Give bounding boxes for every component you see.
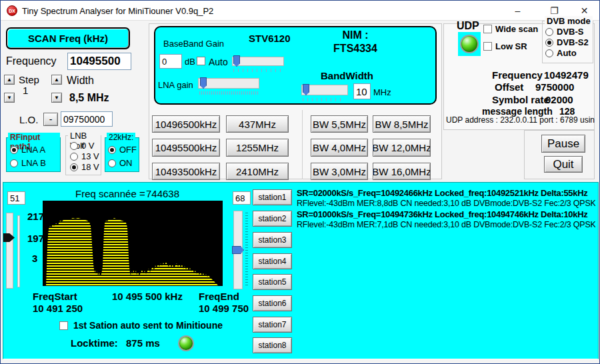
step-up-button[interactable]: ▲ (4, 75, 15, 85)
low-sr-checkbox-row[interactable]: Low SR (483, 41, 527, 51)
bandwidth-slider-ticks (303, 98, 344, 101)
station1-button[interactable]: station1 (253, 189, 292, 205)
bw-3-0-button[interactable]: BW 3,0MHz (311, 163, 368, 180)
mhz-preset-1-button[interactable]: 437MHz (226, 115, 289, 133)
radio-13v-icon (70, 153, 78, 161)
radio-lna-b-label: LNA B (21, 158, 46, 168)
step-down-button[interactable]: ▼ (4, 93, 15, 103)
radio-22khz-on-label: ON (119, 158, 133, 168)
auto-send-checkbox[interactable] (59, 321, 68, 330)
station3-button[interactable]: station3 (253, 232, 292, 248)
mhz-preset-3-button[interactable]: 2410MHz (226, 163, 289, 180)
station2-button[interactable]: station2 (253, 211, 292, 227)
freq-center-value: 10 495 500 kHz (112, 291, 183, 302)
radio-13v[interactable]: 13 V (70, 151, 99, 161)
locktime-led (178, 335, 194, 351)
low-sr-label: Low SR (495, 41, 527, 51)
bw-4-0-button[interactable]: BW 4,0MHz (311, 139, 368, 157)
udp-label: UDP (457, 20, 479, 32)
minimize-button[interactable]: – (503, 1, 533, 20)
station8-button[interactable]: station8 (253, 337, 292, 353)
station4-button[interactable]: station4 (253, 253, 292, 269)
lna-gain-slider-ticks (199, 91, 259, 95)
bw-16-0-button[interactable]: BW 16,0MHz (373, 163, 431, 180)
scale-top-label: 217 (27, 211, 44, 222)
radio-22khz-off-icon (108, 146, 116, 154)
scale-low-label: 3 (32, 253, 37, 264)
width-value: 8,5 MHz (69, 92, 109, 104)
radio-lna-a[interactable]: LNA A (10, 145, 45, 155)
nim-label-1: NIM : (289, 29, 422, 41)
radio-lna-b[interactable]: LNA B (10, 158, 46, 168)
freq-scanned-value: 744638 (146, 188, 179, 199)
radio-dvbs2-icon (545, 39, 553, 47)
wide-scan-checkbox[interactable] (483, 25, 492, 33)
freq-preset-1-button[interactable]: 10496500kHz (152, 115, 220, 133)
radio-22khz-on-icon (108, 159, 116, 167)
mhz-preset-2-button[interactable]: 1255MHz (226, 139, 289, 157)
right-slider-value-input[interactable] (233, 191, 251, 205)
bandwidth-input[interactable] (353, 83, 371, 99)
info-symbol-rate-label: Symbol rate (492, 94, 549, 105)
info-offset-value: 9750000 (535, 81, 574, 93)
scan-freq-button[interactable]: SCAN Freq (kHz) (6, 27, 130, 49)
width-up-button[interactable]: ▲ (51, 75, 62, 85)
auto-send-checkbox-row[interactable]: 1st Sation auto sent to Minitioune (59, 320, 223, 331)
info-offset-label: Offset (495, 81, 523, 93)
radio-dvbs[interactable]: DVB-S (545, 27, 583, 37)
freq-preset-2-button[interactable]: 10495500kHz (152, 139, 220, 157)
lna-gain-label: LNA gain (158, 80, 193, 90)
info-frequency-value: 10492479 (544, 69, 589, 81)
width-down-button[interactable]: ▼ (51, 93, 62, 103)
left-level-bar (17, 215, 20, 287)
lna-gain-slider-track[interactable] (198, 78, 259, 89)
radio-dvb-auto[interactable]: Auto (545, 48, 577, 58)
freq-scanned-label: Freq scannée = (75, 188, 145, 199)
bw-12-0-button[interactable]: BW 12,0MHz (373, 139, 431, 157)
radio-18v[interactable]: 18 V (70, 162, 99, 172)
radio-dvbs2[interactable]: DVB-S2 (545, 37, 589, 47)
freq-preset-3-button[interactable]: 10493500kHz (152, 163, 220, 180)
lo-label: L.O. (19, 114, 38, 125)
low-sr-checkbox[interactable] (483, 42, 492, 51)
frequency-label: Frequency (6, 55, 57, 67)
radio-lna-a-label: LNA A (21, 145, 45, 155)
left-slider-track[interactable] (6, 213, 13, 289)
baseband-gain-input[interactable] (159, 54, 182, 69)
bw-8-5-button[interactable]: BW 8,5MHz (373, 115, 431, 133)
radio-18v-label: 18 V (81, 162, 99, 172)
auto-gain-label: Auto (209, 57, 228, 67)
udp-address-text: UDP address : 232.0.0.11 port : 6789 usi… (446, 115, 595, 125)
station7-button[interactable]: station7 (253, 317, 292, 333)
radio-dvb-auto-label: Auto (557, 48, 577, 58)
radio-22khz-off[interactable]: OFF (108, 145, 137, 155)
chip-label: STV6120 (249, 33, 291, 44)
freq-end-label: FreqEnd (199, 291, 239, 302)
radio-0v-label: 0 V (81, 141, 95, 151)
window-title: Tiny Spectrum Analyser for MiniTiouner V… (22, 6, 213, 16)
quit-button[interactable]: Quit (544, 156, 583, 173)
auto-gain-checkbox[interactable] (197, 57, 205, 65)
radio-lna-b-icon (10, 159, 18, 167)
step-value: 1 (23, 85, 28, 96)
freq-end-value: 10 499 750 (199, 303, 249, 314)
freq-start-label: FreqStart (33, 291, 77, 302)
wide-scan-checkbox-row[interactable]: Wide scan (483, 24, 538, 34)
left-slider-value-input[interactable] (7, 191, 25, 205)
radio-dvbs-label: DVB-S (557, 27, 583, 37)
freq-start-value: 10 491 250 (33, 303, 83, 314)
app-window: DX Tiny Spectrum Analyser for MiniTioune… (0, 0, 600, 364)
lo-minus-button[interactable]: - (43, 113, 58, 126)
radio-22khz-on[interactable]: ON (108, 158, 133, 168)
frequency-input[interactable] (67, 53, 131, 70)
bw-5-5-button[interactable]: BW 5,5MHz (311, 115, 368, 133)
lo-input[interactable] (61, 111, 113, 127)
station5-button[interactable]: station5 (253, 274, 292, 290)
wide-scan-label: Wide scan (495, 24, 538, 34)
radio-dvb-auto-icon (545, 49, 553, 57)
radio-18v-icon (70, 163, 78, 171)
station6-button[interactable]: station6 (253, 295, 292, 311)
status-line-2-bold: SR=01000kS/s_Freq=10494736kHz Locked_fre… (297, 209, 595, 219)
pause-button[interactable]: Pause (541, 135, 585, 153)
radio-0v[interactable]: 0 V (70, 141, 95, 151)
